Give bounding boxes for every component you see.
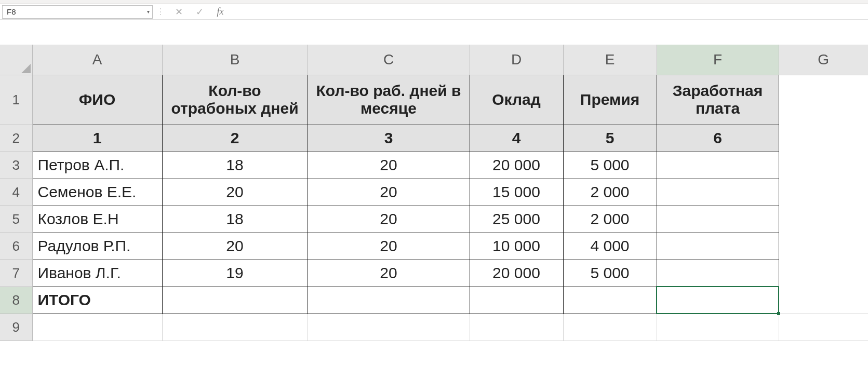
cell-D3[interactable]: 20 000: [470, 152, 563, 179]
cell-C6[interactable]: 20: [308, 233, 470, 260]
row-header-8[interactable]: 8: [0, 287, 32, 314]
enter-icon[interactable]: ✓: [192, 6, 207, 18]
cell-E2[interactable]: 5: [563, 125, 657, 152]
cell-B7[interactable]: 19: [162, 260, 308, 287]
formula-bar-buttons: ✕ ✓ fx: [168, 6, 231, 18]
cell-C4[interactable]: 20: [308, 179, 470, 206]
chevron-down-icon[interactable]: ▾: [147, 9, 150, 15]
cell-G1[interactable]: [779, 75, 868, 125]
cell-F6[interactable]: [657, 233, 779, 260]
cell-G2[interactable]: [779, 125, 868, 152]
cell-D4[interactable]: 15 000: [470, 179, 563, 206]
col-header-E[interactable]: E: [563, 45, 657, 75]
cell-E3[interactable]: 5 000: [563, 152, 657, 179]
row-header-9[interactable]: 9: [0, 314, 32, 341]
cell-G7[interactable]: [779, 260, 868, 287]
cell-B1[interactable]: Кол-во отрабоных дней: [162, 75, 308, 125]
cell-D5[interactable]: 25 000: [470, 206, 563, 233]
cell-E6[interactable]: 4 000: [563, 233, 657, 260]
cell-A7[interactable]: Иванов Л.Г.: [32, 260, 162, 287]
gap: [0, 20, 868, 45]
row-header-4[interactable]: 4: [0, 179, 32, 206]
cell-F9[interactable]: [657, 314, 779, 341]
cell-E1[interactable]: Премия: [563, 75, 657, 125]
col-header-A[interactable]: A: [32, 45, 162, 75]
cell-A4[interactable]: Семенов Е.Е.: [32, 179, 162, 206]
row-header-2[interactable]: 2: [0, 125, 32, 152]
cell-G9[interactable]: [779, 314, 868, 341]
cell-D7[interactable]: 20 000: [470, 260, 563, 287]
cell-G4[interactable]: [779, 179, 868, 206]
cell-D1[interactable]: Оклад: [470, 75, 563, 125]
cell-F2[interactable]: 6: [657, 125, 779, 152]
cell-E5[interactable]: 2 000: [563, 206, 657, 233]
cell-B8[interactable]: [162, 287, 308, 314]
cell-A6[interactable]: Радулов Р.П.: [32, 233, 162, 260]
cell-G6[interactable]: [779, 233, 868, 260]
col-header-B[interactable]: B: [162, 45, 308, 75]
cell-G8[interactable]: [779, 287, 868, 314]
cell-F5[interactable]: [657, 206, 779, 233]
cell-F1[interactable]: Заработная плата: [657, 75, 779, 125]
row-header-7[interactable]: 7: [0, 260, 32, 287]
cell-A5[interactable]: Козлов Е.Н: [32, 206, 162, 233]
formula-bar-row: F8 ▾ ⋮ ✕ ✓ fx: [0, 4, 868, 20]
cell-F7[interactable]: [657, 260, 779, 287]
cell-G3[interactable]: [779, 152, 868, 179]
cell-D2[interactable]: 4: [470, 125, 563, 152]
cell-A8[interactable]: ИТОГО: [32, 287, 162, 314]
cell-D9[interactable]: [470, 314, 563, 341]
cell-G5[interactable]: [779, 206, 868, 233]
cell-B6[interactable]: 20: [162, 233, 308, 260]
col-header-G[interactable]: G: [779, 45, 868, 75]
cell-A9[interactable]: [32, 314, 162, 341]
separator: ⋮: [153, 7, 168, 17]
row-header-3[interactable]: 3: [0, 152, 32, 179]
cell-E8[interactable]: [563, 287, 657, 314]
select-all-corner[interactable]: [0, 45, 32, 75]
spreadsheet-grid[interactable]: A B C D E F G 1 ФИО Кол-во отрабоных дне…: [0, 45, 868, 341]
cell-C5[interactable]: 20: [308, 206, 470, 233]
cell-D8[interactable]: [470, 287, 563, 314]
cell-C3[interactable]: 20: [308, 152, 470, 179]
ribbon-bottom-edge: [0, 0, 868, 4]
cell-C9[interactable]: [308, 314, 470, 341]
cell-B2[interactable]: 2: [162, 125, 308, 152]
col-header-F[interactable]: F: [657, 45, 779, 75]
name-box[interactable]: F8 ▾: [2, 5, 153, 19]
cell-E4[interactable]: 2 000: [563, 179, 657, 206]
cell-F8[interactable]: [657, 287, 779, 314]
row-header-6[interactable]: 6: [0, 233, 32, 260]
cell-E9[interactable]: [563, 314, 657, 341]
cell-B4[interactable]: 20: [162, 179, 308, 206]
cell-E7[interactable]: 5 000: [563, 260, 657, 287]
formula-input[interactable]: [231, 5, 868, 19]
cell-A2[interactable]: 1: [32, 125, 162, 152]
row-header-1[interactable]: 1: [0, 75, 32, 125]
col-header-C[interactable]: C: [308, 45, 470, 75]
row-header-5[interactable]: 5: [0, 206, 32, 233]
cell-B3[interactable]: 18: [162, 152, 308, 179]
cell-C7[interactable]: 20: [308, 260, 470, 287]
cell-F3[interactable]: [657, 152, 779, 179]
cell-B9[interactable]: [162, 314, 308, 341]
name-box-value: F8: [7, 7, 16, 16]
col-header-D[interactable]: D: [470, 45, 563, 75]
cell-C2[interactable]: 3: [308, 125, 470, 152]
fx-icon[interactable]: fx: [212, 6, 228, 17]
cell-C1[interactable]: Кол-во раб. дней в месяце: [308, 75, 470, 125]
cell-C8[interactable]: [308, 287, 470, 314]
cell-F4[interactable]: [657, 179, 779, 206]
cell-D6[interactable]: 10 000: [470, 233, 563, 260]
cell-A3[interactable]: Петров А.П.: [32, 152, 162, 179]
cell-B5[interactable]: 18: [162, 206, 308, 233]
cancel-icon[interactable]: ✕: [171, 6, 186, 18]
cell-A1[interactable]: ФИО: [32, 75, 162, 125]
